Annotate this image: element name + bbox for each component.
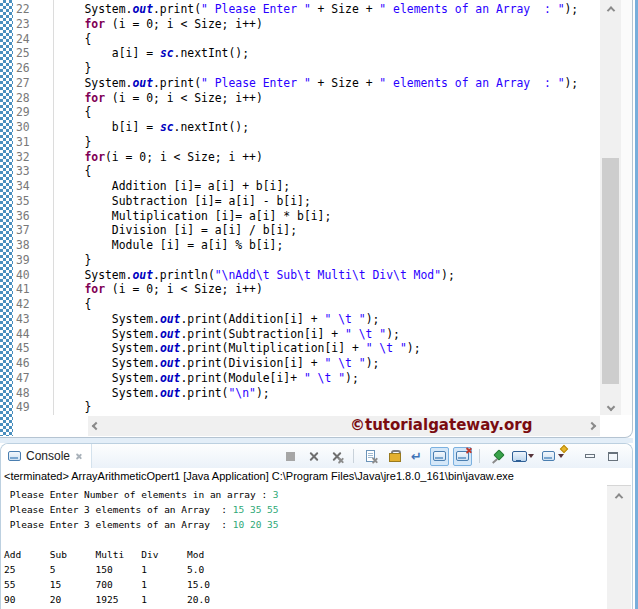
code-token: ); (441, 268, 455, 282)
line-number: 26 (16, 61, 53, 76)
code-token (57, 282, 84, 296)
code-line: { (57, 297, 599, 312)
vertical-scrollbar-thumb[interactable] (602, 158, 619, 384)
line-number: 34 (16, 179, 53, 194)
console-view: Console ↵ <terminated> ArrayArithmeticOp… (0, 443, 633, 609)
console-line: Please Enter 3 elements of an Array : 15… (4, 502, 632, 517)
terminate-icon[interactable] (281, 447, 300, 466)
code-token: System. (57, 268, 132, 282)
code-token: out (132, 2, 153, 16)
code-line: } (57, 61, 599, 76)
line-number: 40 (16, 268, 53, 283)
code-token: ); (386, 327, 400, 341)
line-number: 45 (16, 341, 53, 356)
console-scroll-up-arrow-icon[interactable] (607, 488, 631, 503)
code-token: ); (345, 371, 359, 385)
code-line: b[i] = sc.nextInt(); (57, 120, 599, 135)
code-token: "\n" (228, 386, 255, 400)
console-body: Please Enter Number of elements in an ar… (1, 485, 632, 609)
scroll-lock-icon[interactable] (384, 447, 403, 466)
console-icon (8, 451, 21, 461)
code-token: { (57, 164, 91, 178)
minimize-icon[interactable] (580, 447, 599, 466)
editor-vertical-scrollbar[interactable] (600, 0, 621, 415)
annotation-ruler (621, 0, 632, 415)
code-line: System.out.print(Division[i] + " \t "); (57, 356, 599, 371)
line-number: 35 (16, 194, 53, 209)
remove-launch-icon[interactable] (304, 447, 323, 466)
display-selected-console-icon[interactable] (510, 447, 536, 466)
code-token: System. (57, 371, 160, 385)
console-line: Please Enter 3 elements of an Array : 10… (4, 517, 632, 532)
code-token: for (84, 17, 105, 31)
code-token: ); (407, 341, 421, 355)
console-output[interactable]: Please Enter Number of elements in an ar… (1, 485, 632, 607)
code-token: System. (57, 76, 132, 90)
console-toolbar: ↵ (281, 444, 632, 468)
remove-all-terminated-icon[interactable] (327, 447, 346, 466)
code-line: { (57, 164, 599, 179)
line-number: 42 (16, 297, 53, 312)
scroll-up-arrow-icon[interactable] (600, 0, 621, 17)
code-line: System.out.print(Multiplication[i] + " \… (57, 341, 599, 356)
word-wrap-icon[interactable]: ↵ (407, 447, 426, 466)
code-token: .print(Module[i]+ (180, 371, 303, 385)
code-token: ); (366, 312, 380, 326)
code-line: System.out.print(" Please Enter " + Size… (57, 76, 599, 91)
chevron-right-icon (588, 422, 596, 430)
code-token (57, 91, 84, 105)
console-vertical-scrollbar[interactable] (607, 485, 631, 609)
open-console-icon[interactable] (540, 447, 566, 466)
code-token: .nextInt(); (174, 46, 249, 60)
scroll-right-arrow-icon[interactable] (584, 416, 600, 436)
code-line: { (57, 32, 599, 47)
code-token: .print(Division[i] + (180, 356, 324, 370)
code-token: Addition [i]= a[i] + b[i]; (57, 179, 290, 193)
code-token: " Please Enter " (201, 2, 311, 16)
console-tab-label: Console (26, 449, 70, 463)
code-token: out (160, 341, 181, 355)
dropdown-arrow-icon[interactable] (528, 454, 534, 458)
chevron-up-icon (606, 6, 614, 14)
code-token: " \t " (324, 356, 365, 370)
line-number-gutter[interactable]: 2223242526272829303132333435363738394041… (13, 0, 54, 415)
console-line: Add Sub Multi Div Mod (4, 547, 632, 562)
code-token: (i = 0; i < Size; i++) (105, 282, 263, 296)
code-token: } (57, 253, 91, 267)
console-stdout-text (4, 534, 10, 545)
close-icon[interactable] (75, 453, 82, 460)
tab-console[interactable]: Console (1, 444, 92, 468)
code-token: sc (160, 120, 174, 134)
dropdown-arrow-icon[interactable] (558, 454, 564, 458)
code-editor-area[interactable]: System.out.print(" Please Enter " + Size… (55, 0, 599, 415)
console-line (4, 532, 632, 547)
code-token: Module [i] = a[i] % b[i]; (57, 238, 283, 252)
code-token: out (160, 386, 181, 400)
code-token: " \t " (304, 371, 345, 385)
console-user-input: 10 20 35 (233, 519, 279, 530)
console-line: 90 20 1925 1 20.0 (4, 592, 632, 607)
code-token: { (57, 297, 91, 311)
clear-console-icon[interactable] (361, 447, 380, 466)
show-console-stdout-icon[interactable] (430, 447, 449, 466)
code-token: System. (57, 2, 132, 16)
scroll-down-arrow-icon[interactable] (600, 398, 621, 415)
maximize-icon[interactable] (603, 447, 622, 466)
code-token: out (160, 356, 181, 370)
line-number: 24 (16, 32, 53, 47)
code-token: ); (565, 2, 579, 16)
code-line: Division [i] = a[i] / b[i]; (57, 223, 599, 238)
pin-console-icon[interactable] (487, 447, 506, 466)
line-number: 48 (16, 386, 53, 401)
code-token: .nextInt(); (174, 120, 249, 134)
code-token: for (84, 91, 105, 105)
line-number: 43 (16, 312, 53, 327)
scroll-left-arrow-icon[interactable] (88, 416, 104, 436)
code-token: { (57, 105, 91, 119)
code-line: { (57, 105, 599, 120)
console-line: Please Enter Number of elements in an ar… (4, 487, 632, 502)
show-console-stderr-icon[interactable] (453, 447, 472, 466)
console-user-input: 3 (273, 489, 279, 500)
line-number: 22 (16, 2, 53, 17)
code-token: out (132, 268, 153, 282)
